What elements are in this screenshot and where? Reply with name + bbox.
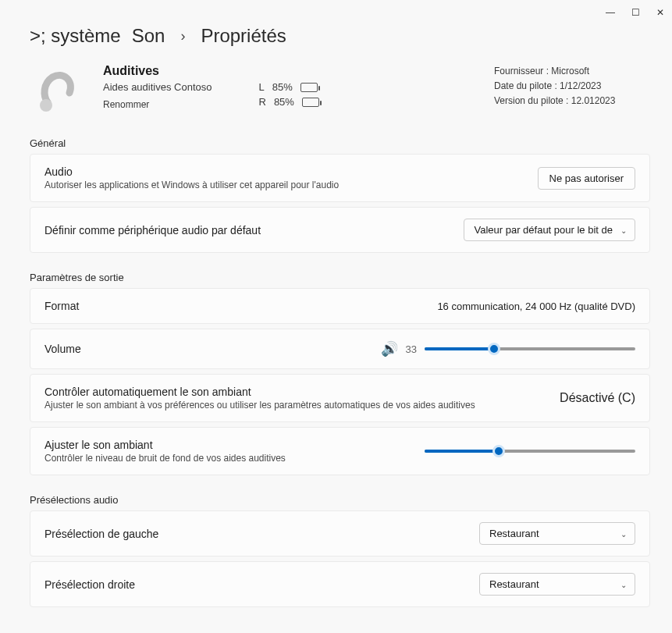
ambient-slider[interactable] bbox=[425, 444, 635, 458]
ambient-adjust-card: Ajuster le son ambiant Contrôler le nive… bbox=[30, 427, 650, 475]
battery-right-pct: 85% bbox=[274, 96, 294, 108]
close-button[interactable]: ✕ bbox=[655, 7, 666, 18]
battery-icon bbox=[300, 83, 318, 92]
default-device-value: Valeur par défaut pour le bit de bbox=[474, 224, 613, 236]
rename-link[interactable]: Renommer bbox=[103, 99, 212, 110]
driver-date-label: Date du pilote : 1/12/2023 bbox=[494, 79, 650, 94]
battery-levels: L 85% R 85% bbox=[258, 81, 318, 110]
format-card: Format 16 communication, 24 000 Hz (qual… bbox=[30, 288, 650, 324]
audio-subtitle: Autoriser les applications et Windows à … bbox=[44, 180, 339, 190]
chevron-down-icon: ⌄ bbox=[620, 529, 627, 538]
preset-left-select[interactable]: Restaurant ⌄ bbox=[479, 522, 635, 545]
svg-point-0 bbox=[40, 99, 52, 112]
section-general: Général bbox=[30, 137, 650, 149]
battery-icon bbox=[302, 98, 319, 107]
hearing-aid-icon bbox=[30, 64, 84, 119]
volume-card: Volume 🔊 33 bbox=[30, 329, 650, 369]
ambient-adjust-title: Ajuster le son ambiant bbox=[44, 439, 286, 451]
format-value: 16 communication, 24 000 Hz (qualité DVD… bbox=[437, 300, 635, 312]
volume-slider[interactable] bbox=[425, 342, 635, 356]
default-device-select[interactable]: Valeur par défaut pour le bit de ⌄ bbox=[464, 219, 635, 241]
battery-left-pct: 85% bbox=[272, 81, 293, 93]
provider-label: Fournisseur : Microsoft bbox=[494, 64, 650, 79]
ambient-control-title: Contrôler automatiquement le son ambiant bbox=[44, 386, 475, 398]
ambient-control-state[interactable]: Désactivé (C) bbox=[560, 391, 635, 405]
preset-right-card: Présélection droite Restaurant ⌄ bbox=[30, 561, 650, 607]
breadcrumb-sound[interactable]: Son bbox=[132, 25, 165, 47]
ambient-control-sub: Ajuster le son ambiant à vos préférences… bbox=[44, 400, 475, 411]
preset-right-select[interactable]: Restaurant ⌄ bbox=[479, 573, 635, 596]
preset-left-card: Présélection de gauche Restaurant ⌄ bbox=[30, 510, 650, 557]
chevron-down-icon: ⌄ bbox=[620, 580, 627, 589]
preset-left-title: Présélection de gauche bbox=[44, 528, 158, 540]
driver-meta: Fournisseur : Microsoft Date du pilote :… bbox=[494, 64, 650, 109]
breadcrumb: >; système Son › Propriétés bbox=[30, 25, 650, 47]
maximize-button[interactable]: ☐ bbox=[630, 7, 641, 18]
volume-value: 33 bbox=[406, 343, 417, 355]
preset-right-value: Restaurant bbox=[489, 578, 539, 590]
default-device-card: Définir comme périphérique audio par déf… bbox=[30, 207, 650, 253]
volume-title: Volume bbox=[44, 343, 81, 355]
default-device-title: Définir comme périphérique audio par déf… bbox=[44, 224, 261, 236]
device-name: Auditives bbox=[103, 64, 212, 78]
driver-version-label: Version du pilote : 12.012023 bbox=[494, 94, 650, 108]
battery-right-label: R bbox=[258, 96, 265, 108]
minimize-button[interactable]: — bbox=[605, 7, 616, 18]
chevron-right-icon: › bbox=[180, 28, 185, 44]
ambient-control-card: Contrôler automatiquement le son ambiant… bbox=[30, 374, 650, 422]
ambient-adjust-sub: Contrôler le niveau de bruit de fond de … bbox=[44, 453, 286, 464]
speaker-icon[interactable]: 🔊 bbox=[381, 340, 398, 357]
device-header: Auditives Aides auditives Contoso Renomm… bbox=[30, 64, 650, 119]
chevron-down-icon: ⌄ bbox=[620, 226, 627, 234]
breadcrumb-system[interactable]: >; système bbox=[30, 25, 121, 47]
audio-permission-card: Audio Autoriser les applications et Wind… bbox=[30, 154, 650, 202]
section-output: Paramètres de sortie bbox=[30, 272, 650, 283]
battery-left-label: L bbox=[258, 81, 264, 93]
breadcrumb-properties: Propriétés bbox=[201, 25, 286, 47]
device-vendor: Aides auditives Contoso bbox=[103, 81, 212, 93]
preset-left-value: Restaurant bbox=[489, 528, 539, 539]
disallow-button[interactable]: Ne pas autoriser bbox=[538, 167, 635, 190]
audio-title: Audio bbox=[44, 165, 339, 178]
title-bar: — ☐ ✕ bbox=[0, 0, 672, 25]
section-presets: Présélections audio bbox=[30, 494, 650, 506]
preset-right-title: Présélection droite bbox=[44, 578, 135, 591]
format-title: Format bbox=[44, 300, 79, 312]
